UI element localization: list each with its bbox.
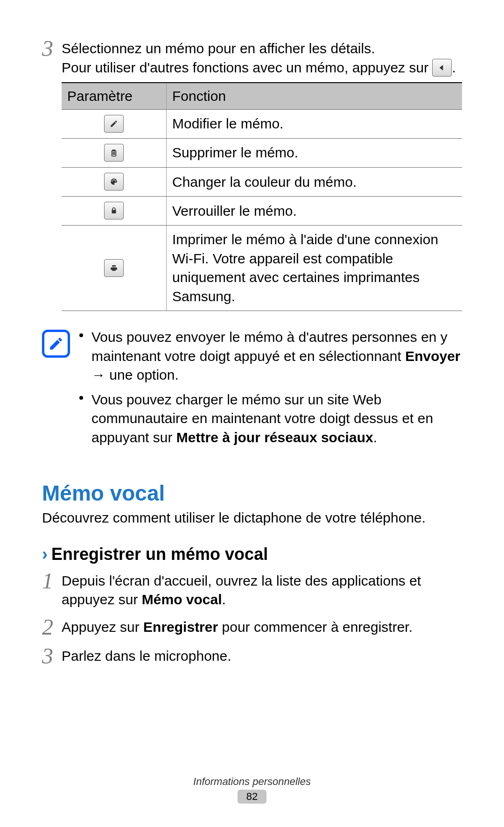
note-bullet: Vous pouvez envoyer le mémo à d'autres p… <box>79 328 462 385</box>
step-text: pour commencer à enregistrer. <box>218 619 413 635</box>
left-arrow-icon <box>432 59 452 77</box>
table-fn: Modifier le mémo. <box>167 110 462 139</box>
table-header-row: Paramètre Fonction <box>62 83 462 110</box>
step-number: 3 <box>42 645 62 667</box>
step: 1 Depuis l'écran d'accueil, ouvrez la li… <box>42 570 462 609</box>
note: Vous pouvez envoyer le mémo à d'autres p… <box>42 328 462 452</box>
footer-category: Informations personnelles <box>0 776 504 788</box>
table-row: Verrouiller le mémo. <box>62 197 462 226</box>
step-text: . <box>222 592 226 607</box>
page-footer: Informations personnelles 82 <box>0 776 504 804</box>
chevron-right-icon: › <box>42 546 48 563</box>
bullet-icon <box>79 333 83 337</box>
step-body: Sélectionnez un mémo pour en afficher le… <box>62 37 462 311</box>
svg-point-0 <box>112 181 112 182</box>
svg-point-1 <box>112 179 113 180</box>
step-number: 2 <box>42 616 62 638</box>
edit-icon <box>104 115 124 133</box>
table-icon-cell <box>62 110 167 139</box>
table-fn: Supprimer le mémo. <box>167 139 462 168</box>
table-icon-cell <box>62 226 167 311</box>
step-number: 1 <box>42 570 62 592</box>
step-body: Appuyez sur Enregistrer pour commencer à… <box>62 616 462 637</box>
note-bullet: Vous pouvez charger le mémo sur un site … <box>79 390 462 447</box>
bold-term: Mémo vocal <box>142 592 222 607</box>
note-text: Vous pouvez envoyer le mémo à d'autres p… <box>91 329 448 364</box>
printer-icon <box>104 259 124 277</box>
bold-term: Envoyer <box>405 348 460 364</box>
sub-heading: › Enregistrer un mémo vocal <box>42 544 462 564</box>
step: 3 Sélectionnez un mémo pour en afficher … <box>42 37 462 311</box>
section-intro: Découvrez comment utiliser le dictaphone… <box>42 509 462 528</box>
table-fn: Changer la couleur du mémo. <box>167 168 462 197</box>
step-text: Depuis l'écran d'accueil, ouvrez la list… <box>62 573 421 608</box>
step-text: Parlez dans le microphone. <box>62 648 231 664</box>
table-row: Changer la couleur du mémo. <box>62 168 462 197</box>
trash-icon <box>104 144 124 162</box>
sub-heading-title: Enregistrer un mémo vocal <box>51 544 268 564</box>
table-fn: Verrouiller le mémo. <box>167 197 462 226</box>
bold-term: Mettre à jour réseaux sociaux <box>176 430 373 445</box>
table-row: Modifier le mémo. <box>62 110 462 139</box>
section-title: Mémo vocal <box>42 481 165 506</box>
section-heading: Mémo vocal <box>42 481 462 506</box>
table-icon-cell <box>62 197 167 226</box>
parameters-table: Paramètre Fonction Modifier le mémo. <box>62 82 462 311</box>
table-header-fn: Fonction <box>167 83 462 110</box>
note-text: . <box>373 430 377 445</box>
note-icon <box>42 330 70 358</box>
svg-point-3 <box>115 181 116 182</box>
page-number-badge: 82 <box>238 790 266 804</box>
lock-icon <box>104 202 124 219</box>
table-icon-cell <box>62 168 167 197</box>
table-icon-cell <box>62 139 167 168</box>
step-text-line1: Sélectionnez un mémo pour en afficher le… <box>62 41 375 56</box>
bold-term: Enregistrer <box>143 619 218 635</box>
step-text-line2a: Pour utiliser d'autres fonctions avec un… <box>62 60 432 75</box>
step-text: Appuyez sur <box>62 619 143 635</box>
bullet-icon <box>79 396 83 400</box>
note-body: Vous pouvez envoyer le mémo à d'autres p… <box>79 328 462 452</box>
step-number: 3 <box>42 37 62 60</box>
step-text-line2b: . <box>452 60 455 75</box>
step-body: Depuis l'écran d'accueil, ouvrez la list… <box>62 570 462 609</box>
svg-point-2 <box>114 179 115 180</box>
table-row: Imprimer le mémo à l'aide d'une connexio… <box>62 226 462 311</box>
table-row: Supprimer le mémo. <box>62 139 462 168</box>
step-body: Parlez dans le microphone. <box>62 645 462 666</box>
note-text: → une option. <box>91 367 179 382</box>
step: 2 Appuyez sur Enregistrer pour commencer… <box>42 616 462 638</box>
palette-icon <box>104 173 124 191</box>
table-fn: Imprimer le mémo à l'aide d'une connexio… <box>167 226 462 311</box>
step: 3 Parlez dans le microphone. <box>42 645 462 667</box>
table-header-param: Paramètre <box>62 83 167 110</box>
